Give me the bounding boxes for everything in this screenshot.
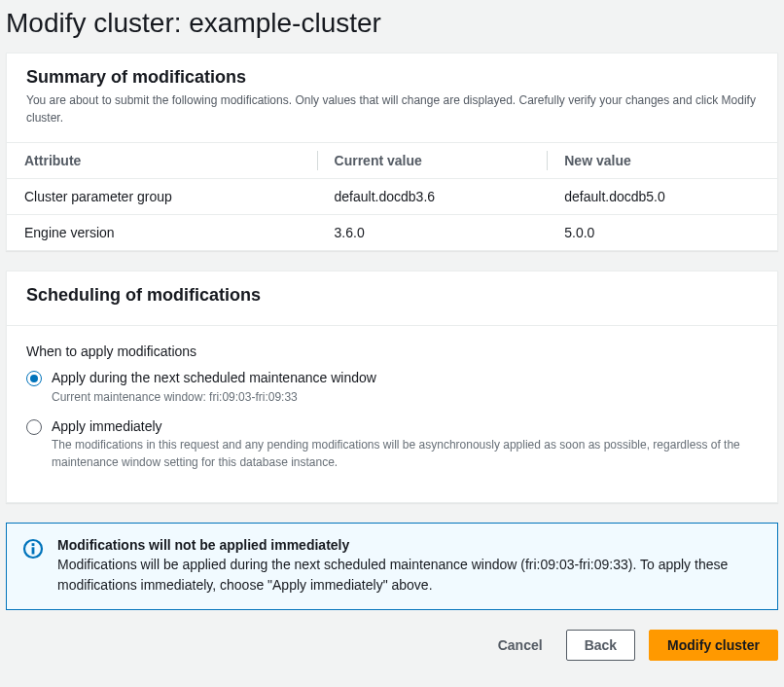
footer-actions: Cancel Back Modify cluster [0, 630, 784, 661]
radio-title: Apply during the next scheduled maintena… [52, 370, 376, 385]
cell-attr: Cluster parameter group [7, 179, 317, 215]
radio-apply-immediately[interactable]: Apply immediately The modifications in t… [26, 417, 758, 472]
col-new: New value [547, 143, 777, 179]
svg-rect-2 [32, 543, 35, 546]
cell-current: 3.6.0 [317, 215, 548, 251]
radio-apply-next-window[interactable]: Apply during the next scheduled maintena… [26, 369, 758, 406]
info-icon [22, 538, 44, 560]
radio-icon [26, 371, 42, 386]
cell-new: default.docdb5.0 [547, 179, 777, 215]
table-row: Engine version 3.6.0 5.0.0 [7, 215, 777, 251]
col-current: Current value [317, 143, 548, 179]
summary-desc: You are about to submit the following mo… [26, 91, 758, 127]
cell-new: 5.0.0 [547, 215, 777, 251]
page-title: Modify cluster: example-cluster [6, 8, 784, 39]
radio-subtext: The modifications in this request and an… [52, 438, 740, 469]
svg-rect-1 [32, 547, 35, 554]
cell-current: default.docdb3.6 [317, 179, 548, 215]
scheduling-panel: Scheduling of modifications When to appl… [6, 271, 778, 503]
radio-title: Apply immediately [52, 418, 162, 434]
radio-subtext: Current maintenance window: fri:09:03-fr… [52, 390, 298, 404]
info-alert: Modifications will not be applied immedi… [6, 523, 778, 610]
modifications-table: Attribute Current value New value Cluste… [7, 142, 777, 250]
summary-heading: Summary of modifications [26, 67, 758, 88]
scheduling-label: When to apply modifications [26, 344, 758, 359]
summary-panel: Summary of modifications You are about t… [6, 53, 778, 251]
cancel-button[interactable]: Cancel [488, 631, 552, 660]
table-row: Cluster parameter group default.docdb3.6… [7, 179, 777, 215]
col-attribute: Attribute [7, 143, 317, 179]
scheduling-heading: Scheduling of modifications [26, 285, 758, 306]
info-title: Modifications will not be applied immedi… [57, 537, 762, 553]
radio-icon [26, 419, 42, 435]
info-body: Modifications will be applied during the… [57, 555, 762, 596]
back-button[interactable]: Back [566, 630, 635, 661]
modify-cluster-button[interactable]: Modify cluster [649, 630, 778, 661]
cell-attr: Engine version [7, 215, 317, 251]
